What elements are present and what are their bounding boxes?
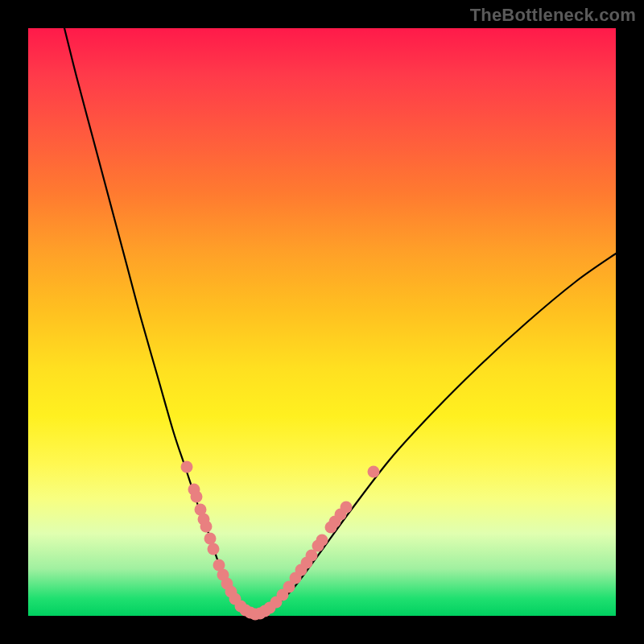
highlight-dot [368,466,380,478]
curve-svg [28,28,616,616]
watermark-label: TheBottleneck.com [470,5,636,26]
highlight-dot [181,461,193,473]
highlight-dot [204,533,217,545]
bottleneck-curve [64,28,616,614]
highlight-dot [341,502,353,514]
curve-path [64,28,616,614]
highlight-dots [181,461,380,621]
highlight-dot [208,543,220,555]
highlight-dot [191,491,203,503]
highlight-dot [316,535,328,547]
plot-area [28,28,616,616]
highlight-dot [200,521,213,533]
chart-frame: TheBottleneck.com [0,0,644,644]
